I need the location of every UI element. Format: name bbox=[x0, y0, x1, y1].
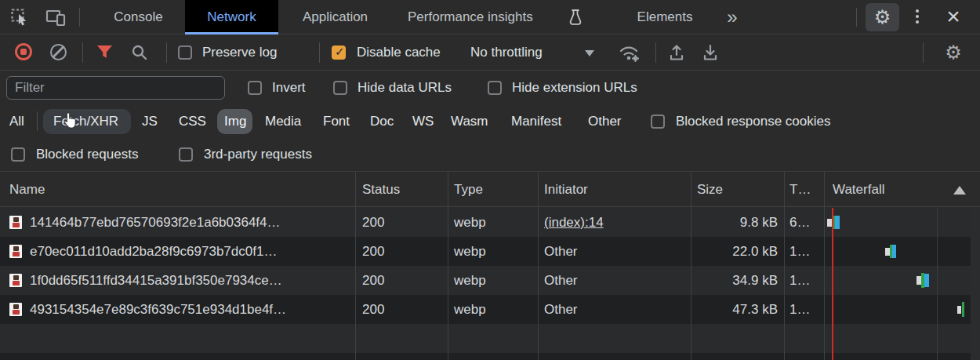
tab-console[interactable]: Console bbox=[92, 0, 185, 35]
type-filter-wasm[interactable]: Wasm bbox=[451, 104, 488, 138]
type-filter-font[interactable]: Font bbox=[323, 104, 350, 138]
toolbar-divider bbox=[82, 42, 83, 63]
blocked-requests-label: Blocked requests bbox=[36, 138, 138, 171]
cell-name: 493154354e7e89c3f639c751e934d1be4f… bbox=[30, 295, 286, 324]
column-header-waterfall[interactable]: Waterfall bbox=[833, 172, 884, 207]
column-divider[interactable] bbox=[355, 172, 356, 360]
disable-cache-checkbox[interactable] bbox=[332, 45, 346, 60]
hide-data-urls-checkbox[interactable] bbox=[333, 81, 347, 95]
column-divider[interactable] bbox=[824, 172, 825, 360]
type-filter-js[interactable]: JS bbox=[142, 104, 158, 138]
search-icon[interactable] bbox=[131, 44, 148, 61]
type-filter-all[interactable]: All bbox=[9, 104, 24, 138]
column-divider[interactable] bbox=[538, 172, 539, 360]
gear-icon: ⚙ bbox=[945, 42, 962, 63]
blocked-response-cookies-label: Blocked response cookies bbox=[676, 104, 831, 138]
network-conditions-icon[interactable] bbox=[618, 43, 643, 63]
image-thumbnail bbox=[9, 245, 22, 258]
cell-type: webp bbox=[454, 266, 486, 295]
blocked-response-cookies-checkbox[interactable] bbox=[651, 115, 665, 129]
column-header-time[interactable]: T… bbox=[789, 172, 811, 207]
image-thumbnail bbox=[9, 216, 22, 229]
cell-time: 6… bbox=[789, 208, 810, 237]
clear-network-log-button[interactable] bbox=[50, 44, 67, 60]
column-divider[interactable] bbox=[691, 172, 691, 360]
filter-input[interactable] bbox=[6, 76, 225, 100]
scrollbar-gutter[interactable] bbox=[971, 208, 980, 360]
network-settings-button[interactable]: ⚙ bbox=[936, 35, 971, 71]
tab-network[interactable]: Network bbox=[185, 0, 278, 35]
throttling-caret-icon[interactable] bbox=[585, 50, 594, 56]
more-options-button[interactable] bbox=[916, 9, 919, 24]
column-header-type[interactable]: Type bbox=[454, 172, 483, 207]
gear-icon: ⚙ bbox=[874, 6, 891, 27]
load-event-marker-line bbox=[832, 208, 833, 360]
type-filter-ws[interactable]: WS bbox=[412, 104, 434, 138]
preserve-log-label: Preserve log bbox=[202, 35, 277, 71]
record-network-log-button[interactable] bbox=[15, 43, 32, 60]
type-filter-css[interactable]: CSS bbox=[179, 104, 206, 138]
cell-time: 1… bbox=[789, 237, 810, 266]
sort-ascending-icon bbox=[953, 186, 966, 195]
type-filter-doc[interactable]: Doc bbox=[370, 104, 394, 138]
invert-checkbox[interactable] bbox=[248, 81, 262, 95]
type-filter-img[interactable]: Img bbox=[224, 104, 246, 138]
waterfall-time-gridline bbox=[937, 208, 938, 360]
image-thumbnail bbox=[9, 274, 22, 287]
tab-performance-insights[interactable]: Performance insights bbox=[392, 0, 588, 35]
preserve-log-checkbox[interactable] bbox=[178, 45, 192, 60]
devtools-window: Console Network Application Performance … bbox=[0, 0, 980, 360]
cell-time: 1… bbox=[789, 266, 810, 295]
throttling-select[interactable]: No throttling bbox=[470, 35, 543, 71]
filter-icon-active[interactable] bbox=[96, 45, 113, 60]
tab-performance-insights-label: Performance insights bbox=[408, 9, 533, 24]
cell-initiator-link[interactable]: (index):14 bbox=[544, 208, 604, 237]
flask-icon bbox=[568, 9, 583, 26]
cell-size: 9.8 kB bbox=[691, 208, 778, 237]
inspect-element-icon[interactable] bbox=[10, 8, 30, 27]
tab-application-label: Application bbox=[303, 9, 368, 24]
settings-button[interactable]: ⚙ bbox=[866, 3, 899, 31]
tab-elements[interactable]: Elements bbox=[608, 0, 722, 35]
column-divider[interactable] bbox=[448, 172, 448, 360]
network-toolbar: Preserve log Disable cache No throttling bbox=[0, 35, 980, 71]
cell-status: 200 bbox=[362, 295, 384, 324]
blocked-requests-checkbox[interactable] bbox=[11, 147, 25, 162]
mouse-hand-cursor bbox=[63, 111, 78, 129]
waterfall-download-bar bbox=[924, 274, 929, 287]
third-party-requests-label: 3rd-party requests bbox=[204, 138, 312, 171]
toggle-device-toolbar-icon[interactable] bbox=[45, 9, 68, 27]
more-tabs-button[interactable]: » bbox=[718, 0, 746, 35]
cell-name: 1f0dd65f511ffd34415a391bf350e7934ce… bbox=[30, 266, 282, 295]
waterfall-waiting-bar bbox=[962, 302, 964, 317]
third-party-requests-checkbox[interactable] bbox=[179, 147, 193, 162]
column-divider[interactable] bbox=[784, 172, 785, 360]
cell-initiator: Other bbox=[544, 266, 578, 295]
toolbar-divider bbox=[37, 111, 38, 131]
column-header-initiator[interactable]: Initiator bbox=[544, 172, 588, 207]
cell-size: 34.9 kB bbox=[691, 266, 778, 295]
hide-extension-urls-checkbox[interactable] bbox=[488, 81, 502, 95]
waterfall-stalled-bar bbox=[957, 306, 961, 314]
tab-console-label: Console bbox=[114, 9, 162, 24]
toolbar-divider bbox=[319, 42, 320, 63]
cell-type: webp bbox=[454, 295, 486, 324]
tab-application[interactable]: Application bbox=[278, 0, 392, 35]
import-har-icon[interactable] bbox=[666, 43, 687, 62]
cell-initiator: Other bbox=[544, 237, 578, 266]
toolbar-divider bbox=[856, 8, 857, 27]
cell-type: webp bbox=[454, 237, 486, 266]
column-header-name[interactable]: Name bbox=[9, 172, 45, 207]
header-bottom-border bbox=[0, 206, 980, 207]
main-tab-bar: Console Network Application Performance … bbox=[0, 0, 980, 35]
export-har-icon[interactable] bbox=[700, 43, 720, 62]
type-filter-other[interactable]: Other bbox=[588, 104, 622, 138]
type-filter-manifest[interactable]: Manifest bbox=[511, 104, 561, 138]
column-header-status[interactable]: Status bbox=[362, 172, 400, 207]
tab-network-label: Network bbox=[207, 9, 256, 24]
toolbar-divider bbox=[166, 42, 167, 63]
kebab-dot bbox=[916, 9, 919, 13]
close-devtools-button[interactable]: × bbox=[939, 0, 967, 35]
type-filter-media[interactable]: Media bbox=[265, 104, 301, 138]
column-header-size[interactable]: Size bbox=[697, 172, 723, 207]
